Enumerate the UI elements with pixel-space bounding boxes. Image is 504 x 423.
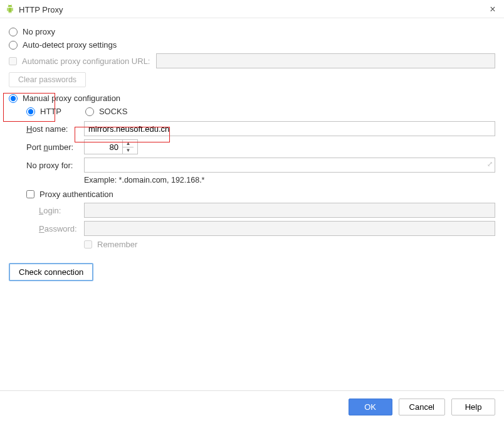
manual-radio[interactable]	[9, 94, 18, 103]
proxy-auth-row[interactable]: Proxy authentication	[26, 190, 495, 199]
dialog-content: No proxy Auto-detect proxy settings Auto…	[0, 18, 504, 390]
spinner-up-icon[interactable]: ▲	[123, 140, 134, 147]
login-label: Login:	[39, 206, 84, 215]
auth-section: Login: Password: Remember	[9, 203, 495, 249]
manual-radio-row[interactable]: Manual proxy configuration	[9, 94, 495, 103]
password-row: Password:	[39, 221, 495, 236]
socks-radio[interactable]	[85, 107, 94, 116]
close-icon[interactable]: ×	[488, 4, 498, 15]
no-proxy-radio[interactable]	[9, 28, 18, 36]
cancel-button[interactable]: Cancel	[399, 399, 445, 415]
auto-config-url-checkbox	[9, 57, 17, 65]
port-spinner[interactable]: ▲ ▼	[84, 139, 138, 154]
no-proxy-label: No proxy	[23, 27, 55, 36]
titlebar: HTTP Proxy ×	[0, 0, 504, 18]
http-radio[interactable]	[26, 107, 35, 116]
no-proxy-radio-row[interactable]: No proxy	[9, 27, 495, 36]
remember-label: Remember	[97, 240, 137, 249]
ok-button[interactable]: OK	[349, 399, 392, 415]
socks-radio-row[interactable]: SOCKS	[85, 107, 128, 116]
spinner-buttons: ▲ ▼	[122, 140, 134, 154]
clear-passwords-button: Clear passwords	[9, 72, 86, 87]
check-connection-button[interactable]: Check connection	[9, 263, 93, 281]
manual-section: HTTP SOCKS Host name: Port number:	[9, 107, 495, 249]
auto-detect-radio[interactable]	[9, 41, 18, 50]
remember-row: Remember	[84, 240, 495, 249]
http-label: HTTP	[40, 107, 61, 116]
protocol-row: HTTP SOCKS	[26, 107, 495, 116]
auto-config-url-input	[156, 53, 495, 68]
expand-icon[interactable]: ⤢	[487, 160, 493, 168]
proxy-auth-label: Proxy authentication	[39, 190, 113, 199]
login-input	[84, 203, 495, 218]
remember-checkbox	[84, 240, 92, 249]
password-input	[84, 221, 495, 236]
no-proxy-for-row: No proxy for: ⤢	[26, 158, 495, 173]
clear-passwords-row: Clear passwords	[9, 72, 495, 87]
host-label: Host name:	[26, 124, 84, 134]
port-input[interactable]	[85, 140, 122, 154]
host-row: Host name:	[26, 121, 495, 136]
manual-label: Manual proxy configuration	[23, 94, 120, 103]
no-proxy-for-input[interactable]	[84, 158, 495, 173]
android-icon	[5, 4, 15, 14]
no-proxy-example: Example: *.domain.com, 192.168.*	[84, 176, 495, 185]
port-row: Port number: ▲ ▼	[26, 139, 495, 154]
proxy-auth-checkbox[interactable]	[26, 190, 34, 198]
login-row: Login:	[39, 203, 495, 218]
dialog-title: HTTP Proxy	[19, 5, 488, 14]
auto-config-url-label: Automatic proxy configuration URL:	[22, 56, 150, 66]
dialog-footer: OK Cancel Help	[0, 390, 504, 423]
spinner-down-icon[interactable]: ▼	[123, 147, 134, 154]
http-proxy-dialog: HTTP Proxy × No proxy Auto-detect proxy …	[0, 0, 504, 423]
host-input[interactable]	[84, 121, 495, 136]
password-label: Password:	[39, 224, 84, 233]
http-radio-row[interactable]: HTTP	[26, 107, 61, 116]
auto-detect-label: Auto-detect proxy settings	[23, 40, 117, 50]
auto-config-url-row: Automatic proxy configuration URL:	[9, 53, 495, 68]
auto-detect-radio-row[interactable]: Auto-detect proxy settings	[9, 40, 495, 50]
no-proxy-for-label: No proxy for:	[26, 161, 84, 170]
help-button[interactable]: Help	[451, 399, 495, 415]
socks-label: SOCKS	[99, 107, 128, 116]
port-label: Port number:	[26, 142, 84, 152]
